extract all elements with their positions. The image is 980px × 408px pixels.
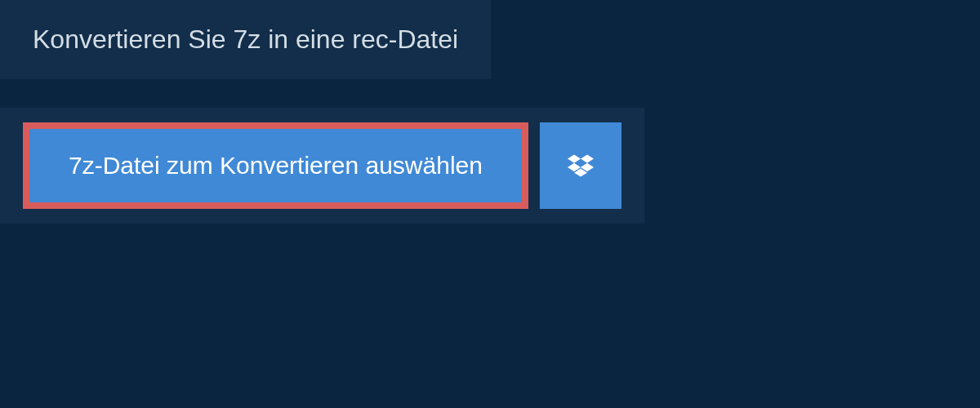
dropbox-icon xyxy=(568,154,594,177)
dropbox-button[interactable] xyxy=(540,122,621,209)
page-title: Konvertieren Sie 7z in eine rec-Datei xyxy=(33,24,458,55)
select-file-button[interactable]: 7z-Datei zum Konvertieren auswählen xyxy=(23,122,528,209)
file-select-panel: 7z-Datei zum Konvertieren auswählen xyxy=(0,108,644,224)
select-file-label: 7z-Datei zum Konvertieren auswählen xyxy=(69,152,483,180)
header-band: Konvertieren Sie 7z in eine rec-Datei xyxy=(0,0,491,79)
